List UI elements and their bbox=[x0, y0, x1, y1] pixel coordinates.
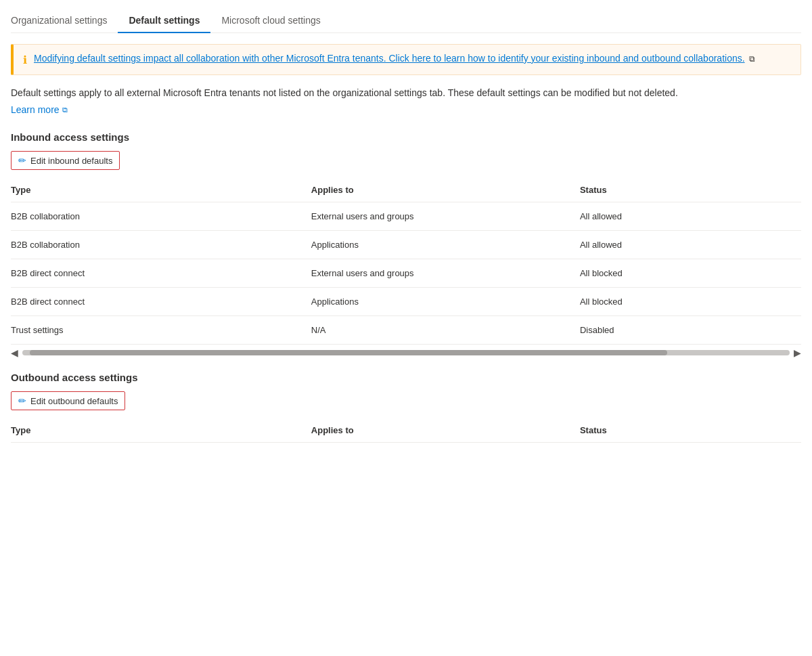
table-row: B2B collaboration External users and gro… bbox=[11, 202, 801, 231]
cell-status-1: All allowed bbox=[580, 231, 801, 259]
cell-status-3: All blocked bbox=[580, 288, 801, 316]
cell-type-2: B2B direct connect bbox=[11, 259, 311, 288]
alert-link[interactable]: Modifying default settings impact all co… bbox=[34, 53, 745, 64]
outbound-col-header-applies-to: Applies to bbox=[311, 418, 580, 443]
learn-more-ext-icon: ⧉ bbox=[62, 106, 68, 114]
edit-outbound-label: Edit outbound defaults bbox=[30, 396, 118, 406]
cell-type-1: B2B collaboration bbox=[11, 231, 311, 259]
col-header-applies-to: Applies to bbox=[311, 178, 580, 202]
tab-organizational-settings[interactable]: Organizational settings bbox=[11, 8, 118, 32]
cell-applies-to-0: External users and groups bbox=[311, 202, 580, 231]
warning-icon: ℹ bbox=[23, 53, 27, 66]
outbound-table-header-row: Type Applies to Status bbox=[11, 418, 801, 443]
inbound-access-section: Inbound access settings ✏ Edit inbound d… bbox=[11, 131, 801, 358]
external-link-icon: ⧉ bbox=[749, 54, 755, 64]
edit-inbound-button[interactable]: ✏ Edit inbound defaults bbox=[11, 151, 120, 170]
cell-applies-to-3: Applications bbox=[311, 288, 580, 316]
scrollbar-thumb bbox=[30, 350, 667, 355]
table-row: B2B collaboration Applications All allow… bbox=[11, 231, 801, 259]
cell-applies-to-4: N/A bbox=[311, 316, 580, 345]
table-row: B2B direct connect Applications All bloc… bbox=[11, 288, 801, 316]
alert-banner: ℹ Modifying default settings impact all … bbox=[11, 44, 801, 75]
cell-status-2: All blocked bbox=[580, 259, 801, 288]
horizontal-scrollbar[interactable]: ◀ ▶ bbox=[11, 347, 801, 358]
pencil-icon: ✏ bbox=[18, 155, 26, 166]
pencil-outbound-icon: ✏ bbox=[18, 395, 26, 406]
cell-status-0: All allowed bbox=[580, 202, 801, 231]
table-row: Trust settings N/A Disabled bbox=[11, 316, 801, 345]
page-description: Default settings apply to all external M… bbox=[11, 86, 801, 100]
col-header-status: Status bbox=[580, 178, 801, 202]
table-row: B2B direct connect External users and gr… bbox=[11, 259, 801, 288]
col-header-type: Type bbox=[11, 178, 311, 202]
inbound-table: Type Applies to Status B2B collaboration… bbox=[11, 178, 801, 345]
learn-more-text: Learn more bbox=[11, 104, 60, 115]
table-header-row: Type Applies to Status bbox=[11, 178, 801, 202]
inbound-heading: Inbound access settings bbox=[11, 131, 801, 143]
outbound-col-header-status: Status bbox=[580, 418, 801, 443]
cell-type-4: Trust settings bbox=[11, 316, 311, 345]
scrollbar-track[interactable] bbox=[22, 350, 790, 355]
scroll-left-arrow[interactable]: ◀ bbox=[11, 347, 18, 358]
cell-applies-to-2: External users and groups bbox=[311, 259, 580, 288]
cell-applies-to-1: Applications bbox=[311, 231, 580, 259]
outbound-col-header-type: Type bbox=[11, 418, 311, 443]
edit-inbound-label: Edit inbound defaults bbox=[30, 156, 112, 166]
outbound-table: Type Applies to Status bbox=[11, 418, 801, 443]
tab-default-settings[interactable]: Default settings bbox=[118, 8, 210, 32]
scroll-right-arrow[interactable]: ▶ bbox=[794, 347, 801, 358]
outbound-heading: Outbound access settings bbox=[11, 372, 801, 383]
learn-more-link[interactable]: Learn more ⧉ bbox=[11, 104, 68, 115]
tab-cloud-settings[interactable]: Microsoft cloud settings bbox=[210, 8, 331, 32]
tabs-nav: Organizational settings Default settings… bbox=[11, 0, 801, 33]
edit-outbound-button[interactable]: ✏ Edit outbound defaults bbox=[11, 391, 125, 410]
cell-status-4: Disabled bbox=[580, 316, 801, 345]
cell-type-3: B2B direct connect bbox=[11, 288, 311, 316]
alert-text: Modifying default settings impact all co… bbox=[34, 53, 755, 64]
outbound-access-section: Outbound access settings ✏ Edit outbound… bbox=[11, 372, 801, 443]
cell-type-0: B2B collaboration bbox=[11, 202, 311, 231]
